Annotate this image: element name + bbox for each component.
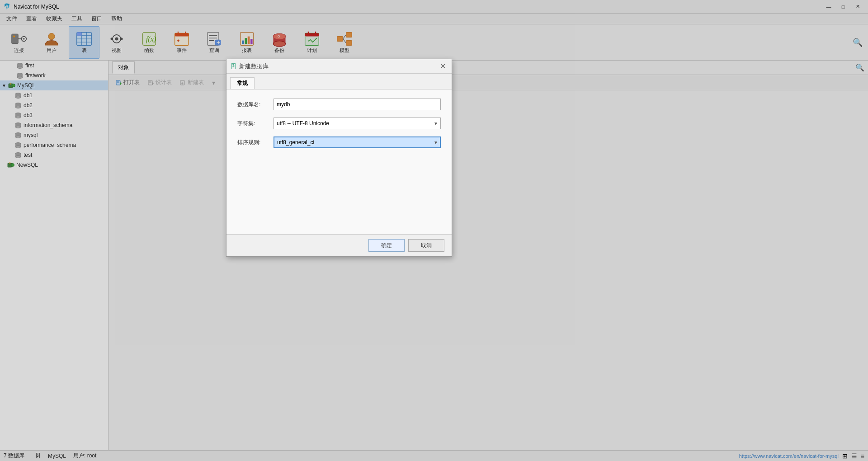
dialog-overlay: 🗄 新建数据库 ✕ 常规 数据库名: 字符集: utf8 -- UTF-8 Un… <box>0 0 868 461</box>
cancel-button[interactable]: 取消 <box>408 239 444 252</box>
dialog-title-icon: 🗄 <box>230 63 236 70</box>
collation-select[interactable]: utf8_general_ci utf8_unicode_ci utf8_bin <box>274 136 441 148</box>
charset-select[interactable]: utf8 -- UTF-8 Unicode latin1 -- cp1252 W… <box>274 118 441 129</box>
form-row-collation: 排序规则: utf8_general_ci utf8_unicode_ci ut… <box>237 136 441 148</box>
dialog-body: 数据库名: 字符集: utf8 -- UTF-8 Unicode latin1 … <box>226 89 452 234</box>
dialog-footer: 确定 取消 <box>226 234 452 256</box>
dialog-title-text: 新建数据库 <box>239 62 437 71</box>
collation-label: 排序规则: <box>237 139 274 146</box>
new-database-dialog: 🗄 新建数据库 ✕ 常规 数据库名: 字符集: utf8 -- UTF-8 Un… <box>226 59 452 257</box>
confirm-button[interactable]: 确定 <box>368 239 405 252</box>
form-row-dbname: 数据库名: <box>237 99 441 110</box>
dialog-titlebar: 🗄 新建数据库 ✕ <box>226 59 452 74</box>
charset-label: 字符集: <box>237 120 274 127</box>
dialog-tab-general[interactable]: 常规 <box>230 77 255 89</box>
dialog-close-button[interactable]: ✕ <box>437 61 448 72</box>
db-name-input[interactable] <box>274 99 441 110</box>
dialog-tabs: 常规 <box>226 74 452 89</box>
db-name-label: 数据库名: <box>237 101 274 108</box>
form-row-charset: 字符集: utf8 -- UTF-8 Unicode latin1 -- cp1… <box>237 118 441 129</box>
